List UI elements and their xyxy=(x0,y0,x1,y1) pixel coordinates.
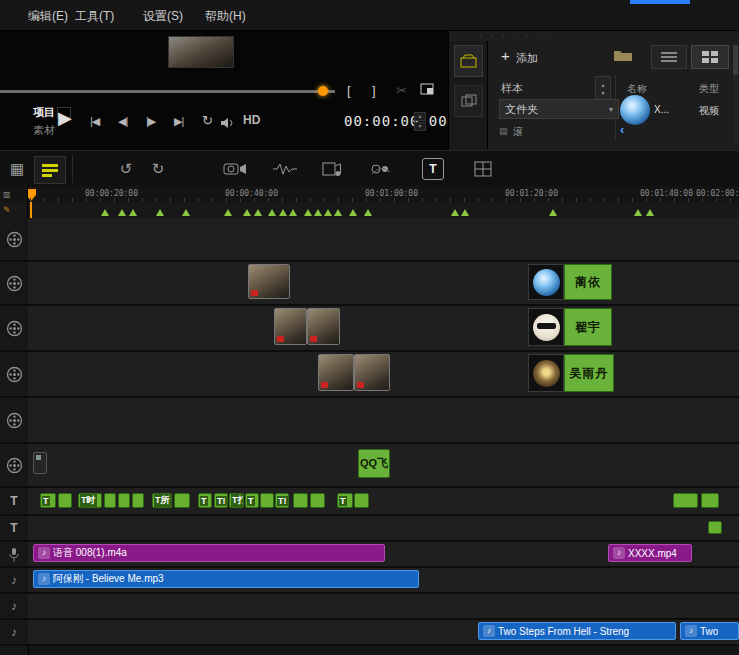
scrubber-handle[interactable] xyxy=(318,86,328,96)
chapter-marker-icon[interactable] xyxy=(268,209,276,216)
instant-project-button[interactable] xyxy=(454,85,483,117)
track-row-video-3[interactable]: 翟宇 xyxy=(28,306,739,352)
storyboard-view-button[interactable]: ▦ xyxy=(4,156,30,182)
track-head-video-3[interactable] xyxy=(0,306,28,352)
timeline-clip[interactable]: T打 xyxy=(229,493,244,508)
spin-down-icon[interactable]: ▾ xyxy=(601,89,604,97)
timeline-clip[interactable]: T! xyxy=(214,493,228,508)
timeline-clip[interactable]: 翟宇 xyxy=(528,308,612,346)
timeline-clip[interactable] xyxy=(293,493,308,508)
timeline-clip[interactable]: ♪Two xyxy=(680,622,739,640)
chapter-marker-icon[interactable] xyxy=(549,209,557,216)
timeline-clip[interactable] xyxy=(708,521,722,534)
hd-toggle[interactable]: HD xyxy=(243,113,260,127)
clip-mode-toggle[interactable]: 素材 xyxy=(33,123,55,138)
motion-tracking-button[interactable] xyxy=(368,156,394,182)
timeline-ruler[interactable]: 00:00:20:0000:00:40:0000:01:00:0000:01:2… xyxy=(0,186,739,203)
timeline-clip[interactable]: 吴雨丹 xyxy=(528,354,614,392)
mark-in-button[interactable]: [ xyxy=(347,83,351,98)
media-item-thumbnail[interactable] xyxy=(620,95,650,125)
chapter-marker-icon[interactable] xyxy=(289,209,297,216)
timecode-spinner[interactable]: ▲ ▼ xyxy=(414,112,426,131)
folder-dropdown[interactable]: 文件夹 ▾ xyxy=(499,99,619,119)
timeline-clip[interactable]: T xyxy=(245,493,259,508)
chapter-marker-icon[interactable] xyxy=(461,209,469,216)
next-frame-button[interactable]: |▶ xyxy=(146,115,155,128)
track-head-music-2[interactable]: ♪ xyxy=(0,594,28,620)
track-row-title-2[interactable] xyxy=(28,516,739,542)
timeline-clip[interactable]: T xyxy=(337,493,353,508)
timeline-clip[interactable]: QQ飞 xyxy=(358,449,390,478)
chapter-marker-icon[interactable] xyxy=(182,209,190,216)
track-row-voice[interactable]: ♪语音 008(1).m4a♪XXXX.mp4 xyxy=(28,542,739,568)
chapter-marker-icon[interactable] xyxy=(101,209,109,216)
spin-up-icon[interactable]: ▲ xyxy=(414,112,426,121)
timeline-clip[interactable] xyxy=(118,493,130,508)
timeline-clip[interactable]: ♪语音 008(1).m4a xyxy=(33,544,385,562)
track-head-title-1[interactable]: T xyxy=(0,488,28,516)
spin-down-icon[interactable]: ▼ xyxy=(414,122,426,131)
track-head-video-5[interactable] xyxy=(0,398,28,444)
timeline-clip[interactable] xyxy=(354,354,390,391)
chapter-marker-icon[interactable] xyxy=(634,209,642,216)
jump-end-button[interactable]: ▶| xyxy=(174,115,183,128)
timeline-clip[interactable] xyxy=(33,452,47,474)
chapter-marker-icon[interactable] xyxy=(224,209,232,216)
timeline-clip[interactable]: T所 xyxy=(152,493,172,508)
timeline-clip[interactable]: ♪XXXX.mp4 xyxy=(608,544,692,562)
scrubber-track[interactable] xyxy=(0,90,335,93)
split-screen-template-button[interactable] xyxy=(470,156,496,182)
track-row-video-1[interactable] xyxy=(28,218,739,262)
track-row-video-6[interactable]: QQ飞 xyxy=(28,444,739,488)
chapter-marker-icon[interactable] xyxy=(451,209,459,216)
chapter-marker-icon[interactable] xyxy=(279,209,287,216)
record-capture-button[interactable] xyxy=(222,156,248,182)
jump-start-button[interactable]: |◀ xyxy=(90,115,99,128)
timeline-clip[interactable] xyxy=(274,308,307,345)
timeline-clip[interactable] xyxy=(132,493,144,508)
spin-up-icon[interactable]: ▴ xyxy=(601,81,604,89)
track-head-music-3[interactable]: ♪ xyxy=(0,620,28,646)
sound-mixer-button[interactable] xyxy=(272,156,298,182)
chapter-marker-icon[interactable] xyxy=(334,209,342,216)
timeline-clip[interactable] xyxy=(318,354,354,391)
track-head-video-1[interactable] xyxy=(0,218,28,262)
enlarge-preview-icon[interactable] xyxy=(420,83,434,98)
chapter-marker-icon[interactable] xyxy=(254,209,262,216)
track-row-video-4[interactable]: 吴雨丹 xyxy=(28,352,739,398)
chapter-marker-icon[interactable] xyxy=(156,209,164,216)
chapter-marker-icon[interactable] xyxy=(349,209,357,216)
timeline-clip[interactable]: ♪Two Steps From Hell - Streng xyxy=(478,622,676,640)
track-row-music-1[interactable]: ♪阿保刚 - Believe Me.mp3 xyxy=(28,568,739,594)
track-row-title-1[interactable]: TT时T所TT!T打TT!T xyxy=(28,488,739,516)
timecode-display[interactable]: 00:00:00:00 xyxy=(344,113,448,129)
collapse-back-button[interactable]: ‹ xyxy=(620,122,624,137)
folder-icon[interactable] xyxy=(613,48,633,66)
track-row-video-5[interactable] xyxy=(28,398,739,444)
timeline-clip[interactable] xyxy=(174,493,190,508)
split-clip-icon[interactable]: ✂ xyxy=(396,83,407,98)
chapter-marker-icon[interactable] xyxy=(243,209,251,216)
prev-frame-button[interactable]: ◀| xyxy=(118,115,127,128)
timeline-clip[interactable]: T! xyxy=(275,493,289,508)
menu-item-3[interactable]: 工具(T) xyxy=(75,8,114,25)
volume-button[interactable] xyxy=(220,115,235,133)
track-head-video-4[interactable] xyxy=(0,352,28,398)
timeline-clip[interactable] xyxy=(673,493,698,508)
list-view-button[interactable] xyxy=(651,45,687,69)
chapter-marker-icon[interactable] xyxy=(364,209,372,216)
menu-item-2[interactable]: 编辑(E) xyxy=(28,8,68,25)
add-folder-plus-icon[interactable]: + xyxy=(501,47,510,64)
thumbnail-view-button[interactable] xyxy=(691,45,729,69)
timeline-clip[interactable]: T时 xyxy=(78,493,102,508)
redo-button[interactable]: ↻ xyxy=(146,156,170,182)
column-header-name[interactable]: 名称 xyxy=(627,82,647,96)
panel-drag-handle[interactable]: · · · · · · · xyxy=(479,31,554,41)
timeline-clip[interactable] xyxy=(354,493,369,508)
chapter-marker-icon[interactable] xyxy=(304,209,312,216)
timeline-clip[interactable] xyxy=(701,493,719,508)
chapter-marker-icon[interactable] xyxy=(314,209,322,216)
subtitle-editor-button[interactable]: T xyxy=(420,156,446,182)
track-head-title-2[interactable]: T xyxy=(0,516,28,542)
track-head-video-6[interactable] xyxy=(0,444,28,488)
